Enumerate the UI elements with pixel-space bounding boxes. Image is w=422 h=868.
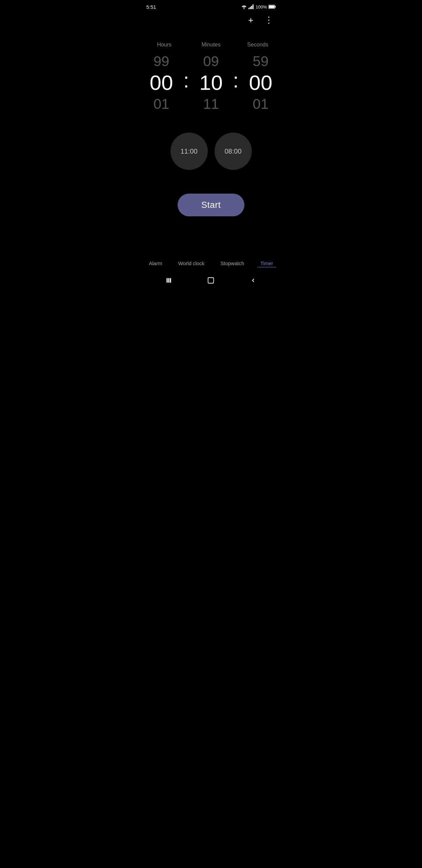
hours-prev: 99: [154, 53, 169, 70]
nav-alarm[interactable]: Alarm: [146, 259, 165, 268]
preset-button-1[interactable]: 08:00: [215, 133, 252, 170]
minutes-prev: 09: [203, 53, 219, 70]
seconds-next: 01: [253, 96, 269, 112]
presets: 11:00 08:00: [141, 133, 281, 170]
minutes-label: Minutes: [188, 42, 235, 48]
status-time: 5:51: [146, 4, 156, 10]
top-actions: + ⋮: [141, 12, 281, 28]
seconds-column[interactable]: 59 00 01: [240, 53, 281, 112]
recents-button[interactable]: [162, 274, 176, 287]
battery-percent: 100%: [256, 4, 267, 9]
minutes-current: 10: [199, 72, 223, 93]
picker-columns: 99 00 01 : 09 10 11 : 59 00 01: [141, 53, 281, 112]
seconds-prev: 59: [253, 53, 269, 70]
bottom-nav: Alarm World clock Stopwatch Timer: [141, 255, 281, 272]
seconds-current: 00: [249, 72, 272, 93]
minutes-column[interactable]: 09 10 11: [190, 53, 232, 112]
preset-button-0[interactable]: 11:00: [170, 133, 208, 170]
start-section: Start: [141, 194, 281, 216]
hours-label: Hours: [141, 42, 188, 48]
hours-column[interactable]: 99 00 01: [141, 53, 182, 112]
nav-stopwatch[interactable]: Stopwatch: [218, 259, 247, 268]
svg-rect-3: [269, 5, 274, 8]
svg-rect-2: [275, 6, 276, 7]
separator-2: :: [232, 68, 240, 92]
picker-labels: Hours Minutes Seconds: [141, 42, 281, 48]
more-options-button[interactable]: ⋮: [262, 14, 276, 27]
timer-picker: Hours Minutes Seconds 99 00 01 : 09 10 1…: [141, 42, 281, 112]
system-nav: [141, 272, 281, 289]
start-button[interactable]: Start: [178, 194, 244, 216]
wifi-icon: [241, 4, 247, 9]
add-timer-button[interactable]: +: [245, 14, 256, 27]
svg-rect-6: [170, 278, 171, 282]
seconds-label: Seconds: [235, 42, 281, 48]
hours-next: 01: [154, 96, 169, 112]
battery-icon: [268, 5, 276, 9]
nav-world-clock[interactable]: World clock: [176, 259, 207, 268]
svg-rect-7: [208, 278, 214, 283]
back-button[interactable]: [246, 274, 260, 287]
signal-icon: [248, 4, 254, 9]
svg-point-0: [244, 8, 245, 9]
svg-rect-4: [166, 278, 167, 282]
separator-1: :: [182, 68, 190, 92]
status-bar: 5:51 100%: [141, 0, 281, 12]
hours-current: 00: [150, 72, 173, 93]
home-button[interactable]: [204, 274, 218, 287]
svg-rect-5: [168, 278, 169, 282]
status-icons: 100%: [241, 4, 276, 9]
nav-timer[interactable]: Timer: [258, 259, 276, 268]
minutes-next: 11: [203, 96, 219, 112]
